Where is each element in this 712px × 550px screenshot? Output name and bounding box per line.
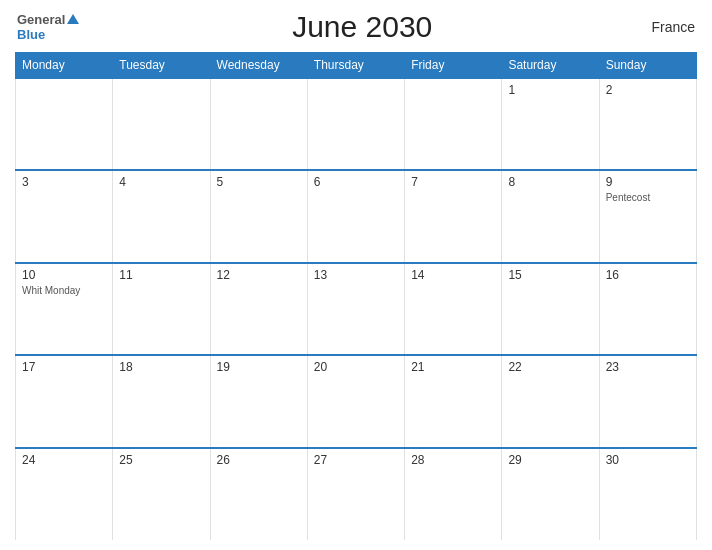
calendar-cell: 7 bbox=[405, 170, 502, 262]
day-number: 30 bbox=[606, 453, 690, 467]
day-number: 13 bbox=[314, 268, 398, 282]
holiday-label: Whit Monday bbox=[22, 284, 106, 297]
day-number: 24 bbox=[22, 453, 106, 467]
calendar-cell: 15 bbox=[502, 263, 599, 355]
day-number: 19 bbox=[217, 360, 301, 374]
day-number: 21 bbox=[411, 360, 495, 374]
calendar-cell: 23 bbox=[599, 355, 696, 447]
logo: General Blue bbox=[17, 13, 79, 42]
day-number: 29 bbox=[508, 453, 592, 467]
day-number: 11 bbox=[119, 268, 203, 282]
logo-general-text: General bbox=[17, 13, 65, 26]
col-tuesday: Tuesday bbox=[113, 53, 210, 79]
calendar-cell: 28 bbox=[405, 448, 502, 540]
day-number: 5 bbox=[217, 175, 301, 189]
col-sunday: Sunday bbox=[599, 53, 696, 79]
calendar-cell: 13 bbox=[307, 263, 404, 355]
calendar-week-row: 24252627282930 bbox=[16, 448, 697, 540]
day-number: 27 bbox=[314, 453, 398, 467]
day-number: 4 bbox=[119, 175, 203, 189]
calendar-cell: 24 bbox=[16, 448, 113, 540]
day-number: 12 bbox=[217, 268, 301, 282]
calendar-table: Monday Tuesday Wednesday Thursday Friday… bbox=[15, 52, 697, 540]
calendar-cell: 8 bbox=[502, 170, 599, 262]
calendar-title: June 2030 bbox=[79, 10, 645, 44]
calendar-cell: 2 bbox=[599, 78, 696, 170]
col-thursday: Thursday bbox=[307, 53, 404, 79]
day-number: 22 bbox=[508, 360, 592, 374]
day-number: 23 bbox=[606, 360, 690, 374]
header: General Blue June 2030 France bbox=[15, 10, 697, 44]
day-number: 16 bbox=[606, 268, 690, 282]
calendar-cell: 4 bbox=[113, 170, 210, 262]
calendar-header-row: Monday Tuesday Wednesday Thursday Friday… bbox=[16, 53, 697, 79]
calendar-cell: 25 bbox=[113, 448, 210, 540]
calendar-cell: 26 bbox=[210, 448, 307, 540]
calendar-cell bbox=[16, 78, 113, 170]
calendar-cell: 18 bbox=[113, 355, 210, 447]
day-number: 1 bbox=[508, 83, 592, 97]
logo-triangle-icon bbox=[67, 14, 79, 24]
col-friday: Friday bbox=[405, 53, 502, 79]
day-number: 15 bbox=[508, 268, 592, 282]
calendar-cell bbox=[210, 78, 307, 170]
calendar-cell: 1 bbox=[502, 78, 599, 170]
calendar-cell: 27 bbox=[307, 448, 404, 540]
day-number: 25 bbox=[119, 453, 203, 467]
calendar-week-row: 17181920212223 bbox=[16, 355, 697, 447]
day-number: 20 bbox=[314, 360, 398, 374]
day-number: 28 bbox=[411, 453, 495, 467]
calendar-cell: 6 bbox=[307, 170, 404, 262]
day-number: 10 bbox=[22, 268, 106, 282]
calendar-cell: 22 bbox=[502, 355, 599, 447]
calendar-cell bbox=[307, 78, 404, 170]
calendar-cell: 3 bbox=[16, 170, 113, 262]
calendar-week-row: 3456789Pentecost bbox=[16, 170, 697, 262]
logo-blue-text: Blue bbox=[17, 27, 45, 42]
calendar-cell: 30 bbox=[599, 448, 696, 540]
country-label: France bbox=[645, 19, 695, 35]
calendar-cell: 12 bbox=[210, 263, 307, 355]
calendar-cell: 20 bbox=[307, 355, 404, 447]
day-number: 26 bbox=[217, 453, 301, 467]
col-monday: Monday bbox=[16, 53, 113, 79]
calendar-cell: 19 bbox=[210, 355, 307, 447]
calendar-cell bbox=[113, 78, 210, 170]
calendar-cell: 9Pentecost bbox=[599, 170, 696, 262]
holiday-label: Pentecost bbox=[606, 191, 690, 204]
day-number: 6 bbox=[314, 175, 398, 189]
day-number: 9 bbox=[606, 175, 690, 189]
day-number: 2 bbox=[606, 83, 690, 97]
calendar-cell bbox=[405, 78, 502, 170]
day-number: 14 bbox=[411, 268, 495, 282]
calendar-week-row: 12 bbox=[16, 78, 697, 170]
calendar-cell: 29 bbox=[502, 448, 599, 540]
col-wednesday: Wednesday bbox=[210, 53, 307, 79]
day-number: 7 bbox=[411, 175, 495, 189]
day-number: 18 bbox=[119, 360, 203, 374]
calendar-cell: 11 bbox=[113, 263, 210, 355]
calendar-cell: 10Whit Monday bbox=[16, 263, 113, 355]
day-number: 3 bbox=[22, 175, 106, 189]
day-number: 17 bbox=[22, 360, 106, 374]
calendar-week-row: 10Whit Monday111213141516 bbox=[16, 263, 697, 355]
col-saturday: Saturday bbox=[502, 53, 599, 79]
calendar-cell: 5 bbox=[210, 170, 307, 262]
day-number: 8 bbox=[508, 175, 592, 189]
calendar-cell: 16 bbox=[599, 263, 696, 355]
calendar-cell: 21 bbox=[405, 355, 502, 447]
calendar-cell: 14 bbox=[405, 263, 502, 355]
calendar-cell: 17 bbox=[16, 355, 113, 447]
